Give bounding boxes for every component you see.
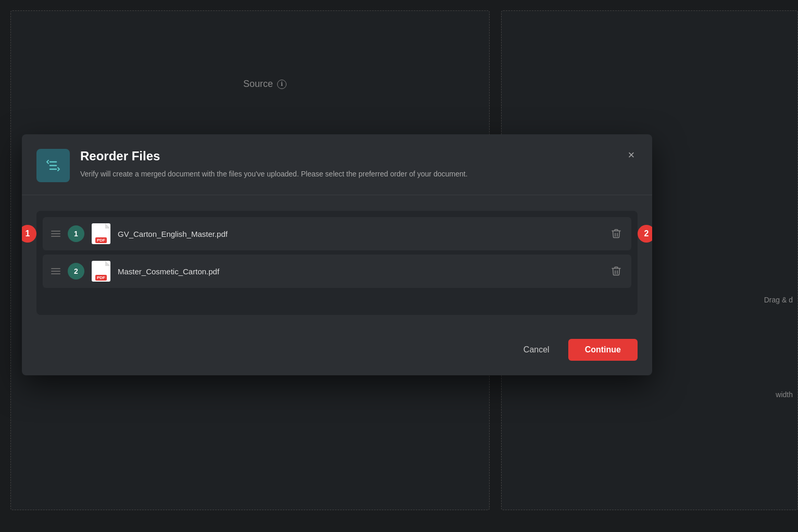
row-right-1 bbox=[609, 226, 623, 241]
file-row-1[interactable]: 1 PDF GV_Carton_English_Master.pdf bbox=[43, 217, 631, 250]
modal-title: Reorder Files bbox=[80, 149, 638, 163]
reorder-files-modal: Reorder Files Verify will create a merge… bbox=[22, 134, 652, 375]
drag-handle-1[interactable] bbox=[51, 231, 60, 237]
modal-title-group: Reorder Files Verify will create a merge… bbox=[80, 149, 638, 180]
under-width-text: width bbox=[776, 390, 793, 399]
file-row-wrapper-2: 2 PDF Master_Cosmetic_Carton.pdf bbox=[43, 255, 631, 288]
pdf-badge-2: PDF bbox=[95, 275, 107, 281]
file-row-wrapper-1: 1 1 PDF GV_Carton_English_Master.p bbox=[43, 217, 631, 250]
row-badge-right-1: 2 bbox=[638, 225, 652, 243]
file-name-1: GV_Carton_English_Master.pdf bbox=[118, 230, 609, 238]
reorder-icon bbox=[45, 157, 61, 174]
file-number-circle-1: 1 bbox=[68, 225, 84, 242]
file-name-2: Master_Cosmetic_Carton.pdf bbox=[118, 267, 609, 276]
source-text: Source bbox=[243, 79, 273, 90]
drag-drop-text: Drag & d bbox=[764, 296, 793, 304]
trash-icon-1 bbox=[612, 229, 621, 239]
modal-icon bbox=[36, 149, 70, 182]
row-right-2 bbox=[609, 264, 623, 278]
cancel-button[interactable]: Cancel bbox=[513, 340, 560, 360]
drag-handle-2[interactable] bbox=[51, 268, 60, 274]
right-badge-number-1: 2 bbox=[638, 225, 652, 243]
file-number-circle-2: 2 bbox=[68, 263, 84, 280]
pdf-badge-1: PDF bbox=[95, 237, 107, 243]
delete-button-2[interactable] bbox=[609, 264, 623, 278]
delete-button-1[interactable] bbox=[609, 226, 623, 241]
pdf-icon-2: PDF bbox=[92, 261, 110, 282]
file-row-2[interactable]: 2 PDF Master_Cosmetic_Carton.pdf bbox=[43, 255, 631, 288]
continue-button[interactable]: Continue bbox=[568, 339, 638, 361]
modal-description: Verify will create a merged document wit… bbox=[80, 169, 549, 180]
row-badge-left-1: 1 bbox=[22, 225, 36, 243]
source-label: Source ℹ bbox=[243, 79, 286, 90]
modal-footer: Cancel Continue bbox=[22, 331, 652, 375]
hamburger-icon-1 bbox=[51, 231, 60, 237]
pdf-icon-1: PDF bbox=[92, 223, 110, 244]
modal-header: Reorder Files Verify will create a merge… bbox=[22, 134, 652, 195]
hamburger-icon-2 bbox=[51, 268, 60, 274]
close-button[interactable]: × bbox=[623, 147, 640, 163]
file-list-container: 1 1 PDF GV_Carton_English_Master.p bbox=[36, 211, 638, 315]
modal-content: 1 1 PDF GV_Carton_English_Master.p bbox=[22, 195, 652, 331]
source-info-icon: ℹ bbox=[277, 80, 286, 89]
trash-icon-2 bbox=[612, 266, 621, 276]
